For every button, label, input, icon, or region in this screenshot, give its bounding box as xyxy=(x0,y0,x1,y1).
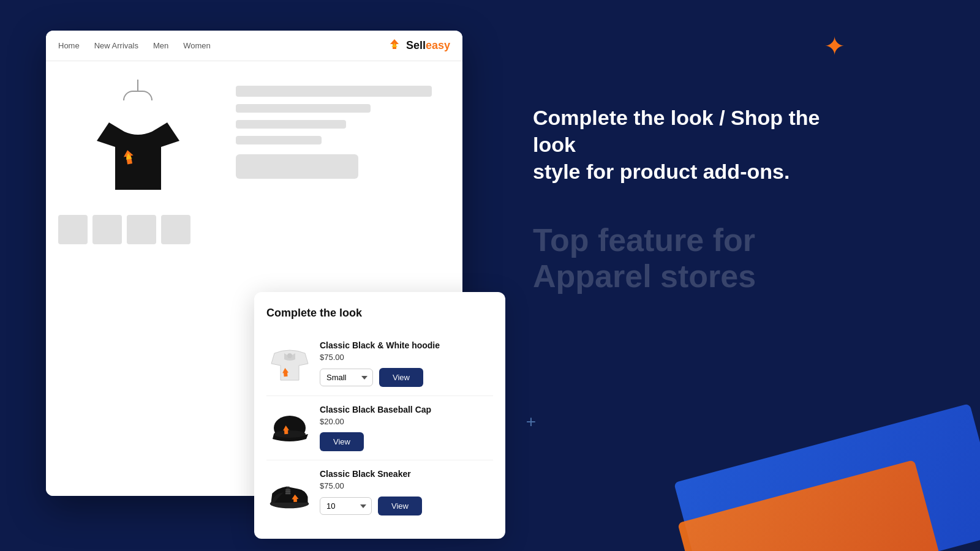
nav-bar: Home New Arrivals Men Women Selleasy xyxy=(46,31,462,61)
nav-home[interactable]: Home xyxy=(58,41,80,50)
placeholder-subtitle xyxy=(236,104,371,113)
complete-look-panel: Complete the look Classic Black & White … xyxy=(254,292,505,539)
subheadline-text: Top feature for Apparel stores xyxy=(533,222,821,296)
right-panel: Complete the look / Shop the look style … xyxy=(533,104,821,295)
nav-men[interactable]: Men xyxy=(153,41,168,50)
hoodie-thumbnail xyxy=(266,341,312,387)
sneaker-image xyxy=(266,474,312,511)
logo-text: Selleasy xyxy=(406,39,450,52)
thumbnail-1[interactable] xyxy=(58,215,88,244)
thumbnail-row xyxy=(58,215,217,244)
hoodie-actions: Small XS Medium Large XL View xyxy=(320,368,493,387)
hanger-icon xyxy=(119,80,156,98)
product-row-cap: Classic Black Baseball Cap $20.00 View xyxy=(266,396,493,460)
cap-thumbnail xyxy=(266,405,312,451)
cap-name: Classic Black Baseball Cap xyxy=(320,405,493,414)
hoodie-size-select[interactable]: Small XS Medium Large XL xyxy=(320,369,373,386)
product-row-hoodie: Classic Black & White hoodie $75.00 Smal… xyxy=(266,332,493,396)
sneaker-details: Classic Black Sneaker $75.00 10 8 9 11 1… xyxy=(320,469,493,515)
product-left xyxy=(58,80,217,478)
hoodie-price: $75.00 xyxy=(320,353,493,362)
mockup-wrapper: Home New Arrivals Men Women Selleasy xyxy=(46,31,469,533)
product-row-sneaker: Classic Black Sneaker $75.00 10 8 9 11 1… xyxy=(266,460,493,524)
sneaker-actions: 10 8 9 11 12 View xyxy=(320,497,493,515)
star-icon xyxy=(824,34,845,59)
sneaker-thumbnail xyxy=(266,470,312,515)
sneaker-size-select[interactable]: 10 8 9 11 12 xyxy=(320,497,372,515)
thumbnail-3[interactable] xyxy=(127,215,156,244)
cap-actions: View xyxy=(320,432,493,451)
placeholder-title xyxy=(236,86,432,97)
sneaker-name: Classic Black Sneaker xyxy=(320,469,493,479)
hoodie-details: Classic Black & White hoodie $75.00 Smal… xyxy=(320,340,493,387)
thumbnail-4[interactable] xyxy=(161,215,190,244)
plus-icon: + xyxy=(526,412,536,432)
placeholder-desc2 xyxy=(236,136,322,144)
cap-view-button[interactable]: View xyxy=(320,432,364,451)
nav-logo: Selleasy xyxy=(386,38,450,54)
svg-point-7 xyxy=(274,430,306,438)
hoodie-view-button[interactable]: View xyxy=(379,368,423,387)
sneaker-view-button[interactable]: View xyxy=(378,497,422,515)
svg-point-4 xyxy=(287,353,292,358)
nav-women[interactable]: Women xyxy=(183,41,211,50)
placeholder-desc1 xyxy=(236,120,346,129)
cap-details: Classic Black Baseball Cap $20.00 View xyxy=(320,405,493,451)
nav-new-arrivals[interactable]: New Arrivals xyxy=(94,41,138,50)
sneaker-price: $75.00 xyxy=(320,481,493,490)
placeholder-button xyxy=(236,154,358,179)
panel-title: Complete the look xyxy=(266,307,493,320)
cap-price: $20.00 xyxy=(320,417,493,426)
tshirt-image xyxy=(85,98,192,205)
logo-icon xyxy=(386,38,402,54)
hoodie-name: Classic Black & White hoodie xyxy=(320,340,493,350)
hoodie-image xyxy=(268,342,311,385)
thumbnail-2[interactable] xyxy=(92,215,122,244)
headline-text: Complete the look / Shop the look style … xyxy=(533,104,821,186)
cap-image xyxy=(266,408,312,448)
